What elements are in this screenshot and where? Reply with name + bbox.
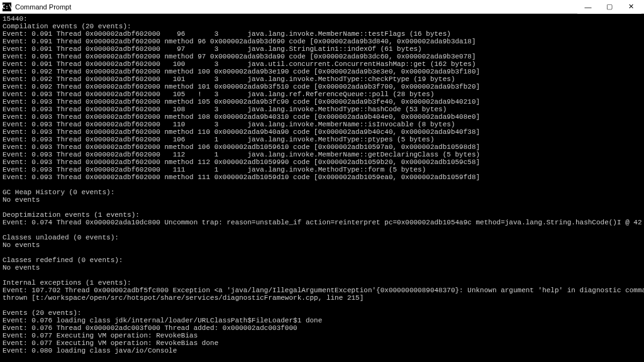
terminal-line: Event: 0.077 Executing VM operation: Rev… xyxy=(3,339,641,347)
terminal-line: Event: 0.080 loading class java/io/Conso… xyxy=(3,347,641,354)
terminal-line: Event: 0.092 Thread 0x000002adbf602000 n… xyxy=(3,68,641,75)
close-button[interactable]: ✕ xyxy=(620,0,641,14)
terminal-line: Event: 0.093 Thread 0x000002adbf602000 1… xyxy=(3,106,641,113)
terminal-line: Internal exceptions (1 events): xyxy=(3,279,641,287)
terminal-line: Event: 0.093 Thread 0x000002adbf602000 1… xyxy=(3,136,641,143)
terminal-line: Event: 0.093 Thread 0x000002adbf602000 1… xyxy=(3,90,641,98)
minimize-button[interactable]: — xyxy=(577,0,599,14)
terminal-line: Event: 0.076 Thread 0x000002adc003f000 T… xyxy=(3,324,641,332)
terminal-line: Event: 0.091 Thread 0x000002adbf602000 9… xyxy=(3,45,641,53)
terminal-line: Event: 0.092 Thread 0x000002adbf602000 1… xyxy=(3,75,641,83)
terminal-line: Event: 0.074 Thread 0x000002ada10dc800 U… xyxy=(3,219,641,226)
terminal-line xyxy=(3,226,641,234)
terminal-line: Event: 107.702 Thread 0x000002adbf5fc800… xyxy=(3,287,641,294)
terminal-line: Classes redefined (0 events): xyxy=(3,256,641,264)
terminal-line: Event: 0.093 Thread 0x000002adbf602000 1… xyxy=(3,121,641,128)
cmd-icon: C:\ xyxy=(3,3,11,11)
terminal-line: Event: 0.093 Thread 0x000002adbf602000 n… xyxy=(3,158,641,166)
terminal-line: Event: 0.091 Thread 0x000002adbf602000 n… xyxy=(3,53,641,60)
terminal-line: GC Heap History (0 events): xyxy=(3,189,641,196)
terminal-line: Event: 0.093 Thread 0x000002adbf602000 n… xyxy=(3,128,641,136)
window-title: Command Prompt xyxy=(15,3,71,11)
terminal-line: No events xyxy=(3,196,641,204)
terminal-line: thrown [t:/workspace/open/src/hotspot/sh… xyxy=(3,294,641,302)
terminal-line: Classes unloaded (0 events): xyxy=(3,234,641,241)
terminal-line xyxy=(3,249,641,256)
terminal-line: Event: 0.093 Thread 0x000002adbf602000 n… xyxy=(3,173,641,181)
terminal-line xyxy=(3,302,641,309)
terminal-line: Event: 0.077 Executing VM operation: Rev… xyxy=(3,332,641,339)
terminal-line: Event: 0.093 Thread 0x000002adbf602000 n… xyxy=(3,143,641,151)
terminal-line: Event: 0.093 Thread 0x000002adbf602000 n… xyxy=(3,113,641,121)
terminal-line: Event: 0.093 Thread 0x000002adbf602000 1… xyxy=(3,151,641,158)
terminal-line: Deoptimization events (1 events): xyxy=(3,211,641,219)
terminal-line: Event: 0.093 Thread 0x000002adbf602000 1… xyxy=(3,166,641,173)
terminal-line: Compilation events (20 events): xyxy=(3,23,641,30)
terminal-line xyxy=(3,272,641,279)
terminal-line: Event: 0.091 Thread 0x000002adbf602000 1… xyxy=(3,60,641,68)
terminal-line: Events (20 events): xyxy=(3,309,641,317)
terminal-line: Event: 0.092 Thread 0x000002adbf602000 n… xyxy=(3,83,641,90)
window-titlebar: C:\ Command Prompt — ▢ ✕ xyxy=(0,0,644,14)
terminal-line: Event: 0.076 loading class jdk/internal/… xyxy=(3,317,641,324)
terminal-line: Event: 0.093 Thread 0x000002adbf602000 n… xyxy=(3,98,641,106)
terminal-line xyxy=(3,204,641,211)
terminal-line: No events xyxy=(3,264,641,272)
terminal-line: 15440: xyxy=(3,15,641,23)
terminal-line xyxy=(3,181,641,189)
maximize-button[interactable]: ▢ xyxy=(599,0,620,14)
terminal-line: No events xyxy=(3,241,641,249)
terminal-output[interactable]: 15440:Compilation events (20 events):Eve… xyxy=(0,14,644,362)
terminal-line: Event: 0.091 Thread 0x000002adbf602000 n… xyxy=(3,38,641,45)
terminal-line: Event: 0.091 Thread 0x000002adbf602000 9… xyxy=(3,30,641,38)
